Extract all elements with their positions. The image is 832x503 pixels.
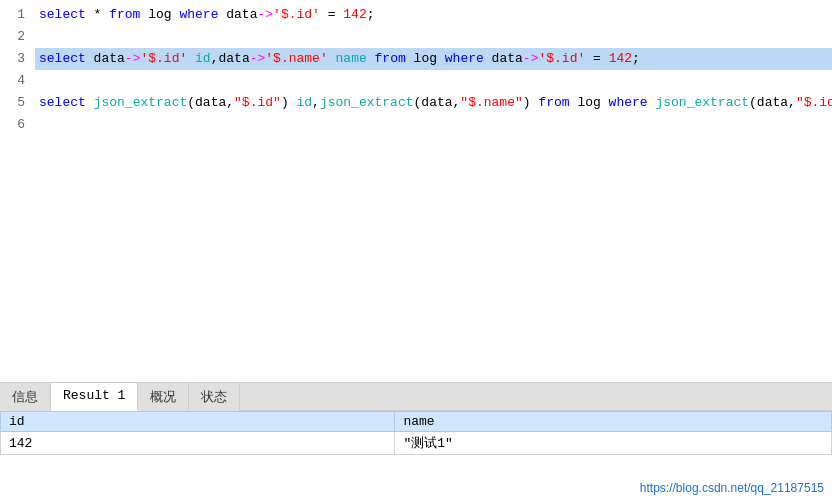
token-path: '$.id' [273, 7, 320, 22]
editor-area[interactable]: 1select * from log where data->'$.id' = … [0, 0, 832, 383]
line-number-5: 5 [0, 92, 35, 114]
token-ident [187, 51, 195, 66]
token-ident: (data, [414, 95, 461, 110]
token-ident: * [86, 7, 109, 22]
token-kw: where [609, 95, 648, 110]
token-kw: where [179, 7, 218, 22]
result-column-header: id [1, 412, 395, 432]
tab-状态[interactable]: 状态 [189, 383, 240, 411]
token-ident: log [406, 51, 445, 66]
token-ident: ) [523, 95, 539, 110]
line-number-3: 3 [0, 48, 35, 70]
token-ident: = [320, 7, 343, 22]
token-num: 142 [343, 7, 366, 22]
line-content-5[interactable]: select json_extract(data,"$.id") id,json… [35, 92, 832, 114]
token-path: '$.id' [538, 51, 585, 66]
token-ident: log [570, 95, 609, 110]
token-arrow: -> [125, 51, 141, 66]
token-arrow: -> [523, 51, 539, 66]
result-cell: "测试1" [395, 432, 832, 455]
token-col-name: id [296, 95, 312, 110]
token-kw: from [538, 95, 569, 110]
line-content-3[interactable]: select data->'$.id' id,data->'$.name' na… [35, 48, 832, 70]
line-number-6: 6 [0, 114, 35, 136]
token-kw: from [109, 7, 140, 22]
token-kw: select [39, 95, 86, 110]
token-ident: data [86, 51, 125, 66]
token-ident: data [218, 7, 257, 22]
token-path: '$.name' [265, 51, 327, 66]
token-str: "$.id" [234, 95, 281, 110]
editor-line-5[interactable]: 5select json_extract(data,"$.id") id,jso… [0, 92, 832, 114]
editor-line-4[interactable]: 4 [0, 70, 832, 92]
token-str: "$.name" [460, 95, 522, 110]
token-arrow: -> [257, 7, 273, 22]
token-func: json_extract [655, 95, 749, 110]
token-ident [367, 51, 375, 66]
token-col-name: name [336, 51, 367, 66]
result-row: 142"测试1" [1, 432, 832, 455]
token-ident: ; [367, 7, 375, 22]
editor-line-6[interactable]: 6 [0, 114, 832, 136]
token-str: "$.id" [796, 95, 832, 110]
token-col-name: id [195, 51, 211, 66]
token-ident: (data, [187, 95, 234, 110]
editor-line-1[interactable]: 1select * from log where data->'$.id' = … [0, 4, 832, 26]
token-ident: (data, [749, 95, 796, 110]
line-number-4: 4 [0, 70, 35, 92]
token-kw: from [375, 51, 406, 66]
tabs-bar[interactable]: 信息Result 1概况状态 [0, 383, 832, 411]
token-arrow: -> [250, 51, 266, 66]
line-number-2: 2 [0, 26, 35, 48]
tab-信息[interactable]: 信息 [0, 383, 51, 411]
token-ident: ,data [211, 51, 250, 66]
token-ident: data [484, 51, 523, 66]
token-ident [328, 51, 336, 66]
line-content-4[interactable] [35, 70, 832, 92]
token-func: json_extract [320, 95, 414, 110]
watermark: https://blog.csdn.net/qq_21187515 [640, 481, 824, 495]
token-ident: log [140, 7, 179, 22]
token-ident [86, 95, 94, 110]
line-content-6[interactable] [35, 114, 832, 136]
result-table: idname 142"测试1" [0, 411, 832, 455]
line-number-1: 1 [0, 4, 35, 26]
token-kw: where [445, 51, 484, 66]
tab-概况[interactable]: 概况 [138, 383, 189, 411]
line-content-2[interactable] [35, 26, 832, 48]
token-kw: select [39, 7, 86, 22]
line-content-1[interactable]: select * from log where data->'$.id' = 1… [35, 4, 832, 26]
token-ident: ) [281, 95, 297, 110]
token-num: 142 [609, 51, 632, 66]
tab-result-1[interactable]: Result 1 [51, 383, 138, 411]
editor-line-3[interactable]: 3select data->'$.id' id,data->'$.name' n… [0, 48, 832, 70]
editor-line-2[interactable]: 2 [0, 26, 832, 48]
token-kw: select [39, 51, 86, 66]
token-path: '$.id' [140, 51, 187, 66]
token-func: json_extract [94, 95, 188, 110]
token-ident: , [312, 95, 320, 110]
result-column-header: name [395, 412, 832, 432]
token-ident: = [585, 51, 608, 66]
token-ident: ; [632, 51, 640, 66]
result-cell: 142 [1, 432, 395, 455]
